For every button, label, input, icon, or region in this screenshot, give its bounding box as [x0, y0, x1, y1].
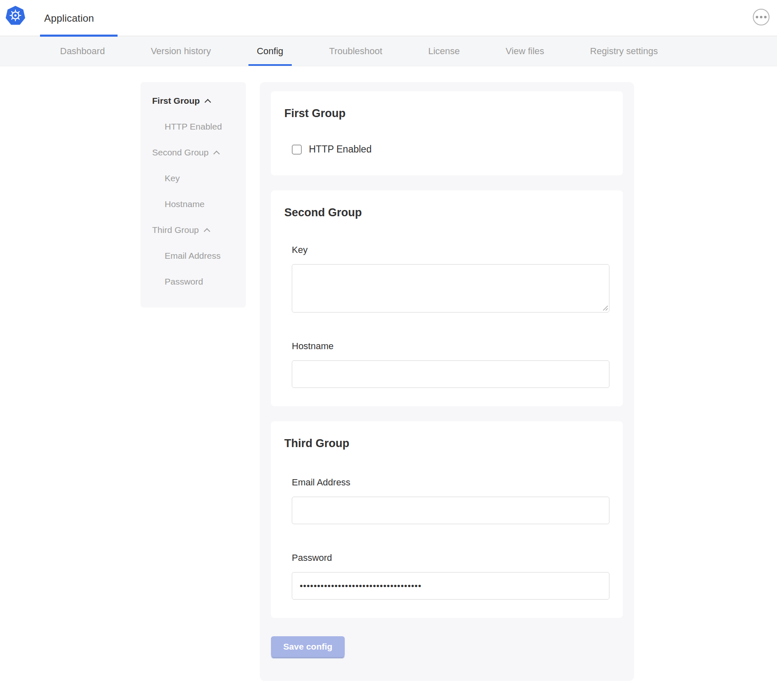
password-label: Password: [292, 552, 609, 563]
sidebar-group-second-group[interactable]: Second Group: [140, 140, 246, 165]
chevron-up-icon: [204, 228, 211, 235]
tab-troubleshoot[interactable]: Troubleshoot: [321, 37, 391, 66]
key-label: Key: [292, 245, 609, 255]
app-navbar: Dashboard Version history Config Trouble…: [0, 37, 777, 66]
sidebar-group-label: Third Group: [152, 225, 199, 235]
email-address-input[interactable]: [292, 497, 609, 524]
app-header: Application: [0, 0, 777, 36]
group-title: Third Group: [284, 435, 609, 451]
sidebar-item-http-enabled[interactable]: HTTP Enabled: [140, 114, 246, 140]
sidebar-item-key[interactable]: Key: [140, 165, 246, 191]
tab-version-history[interactable]: Version history: [143, 37, 219, 66]
save-config-button[interactable]: Save config: [271, 636, 345, 657]
tab-dashboard[interactable]: Dashboard: [52, 37, 113, 66]
group-title: First Group: [284, 105, 609, 121]
tab-config[interactable]: Config: [248, 37, 292, 66]
tab-view-files[interactable]: View files: [497, 37, 553, 66]
kubernetes-logo-icon: [5, 5, 25, 26]
config-nav-sidebar: First Group HTTP Enabled Second Group Ke…: [140, 82, 246, 308]
password-input[interactable]: [292, 572, 609, 600]
chevron-up-icon: [213, 150, 220, 157]
textarea-resize-grip[interactable]: [602, 305, 608, 311]
sidebar-group-label: First Group: [152, 96, 200, 106]
sidebar-item-email-address[interactable]: Email Address: [140, 243, 246, 269]
sidebar-group-label: Second Group: [152, 148, 208, 158]
http-enabled-checkbox[interactable]: [292, 145, 302, 155]
config-group-card-third: Third Group Email Address Password: [271, 421, 623, 618]
app-tab-application[interactable]: Application: [40, 0, 118, 36]
key-textarea[interactable]: [292, 264, 609, 312]
sidebar-item-hostname[interactable]: Hostname: [140, 191, 246, 217]
password-field: Password: [292, 552, 609, 600]
config-group-card-first: First Group HTTP Enabled: [271, 91, 623, 175]
http-enabled-field: HTTP Enabled: [292, 144, 609, 155]
config-group-card-second: Second Group Key Hostname: [271, 190, 623, 406]
config-form-panel: First Group HTTP Enabled Second Group Ke…: [260, 82, 634, 681]
chevron-up-icon: [205, 99, 211, 105]
hostname-label: Hostname: [292, 341, 609, 352]
group-title: Second Group: [284, 205, 609, 220]
key-field: Key: [292, 245, 609, 312]
hostname-field: Hostname: [292, 341, 609, 388]
sidebar-group-first-group[interactable]: First Group: [140, 88, 246, 114]
ellipsis-menu-icon[interactable]: [753, 9, 769, 25]
tab-license[interactable]: License: [420, 37, 468, 66]
email-address-field: Email Address: [292, 477, 609, 524]
app-tab-label: Application: [40, 12, 94, 24]
sidebar-item-password[interactable]: Password: [140, 269, 246, 295]
tab-registry-settings[interactable]: Registry settings: [582, 37, 667, 66]
email-address-label: Email Address: [292, 477, 609, 488]
hostname-input[interactable]: [292, 360, 609, 388]
config-page: Application Dashboard Version history Co…: [0, 0, 777, 700]
http-enabled-label[interactable]: HTTP Enabled: [309, 144, 371, 155]
sidebar-group-third-group[interactable]: Third Group: [140, 217, 246, 243]
